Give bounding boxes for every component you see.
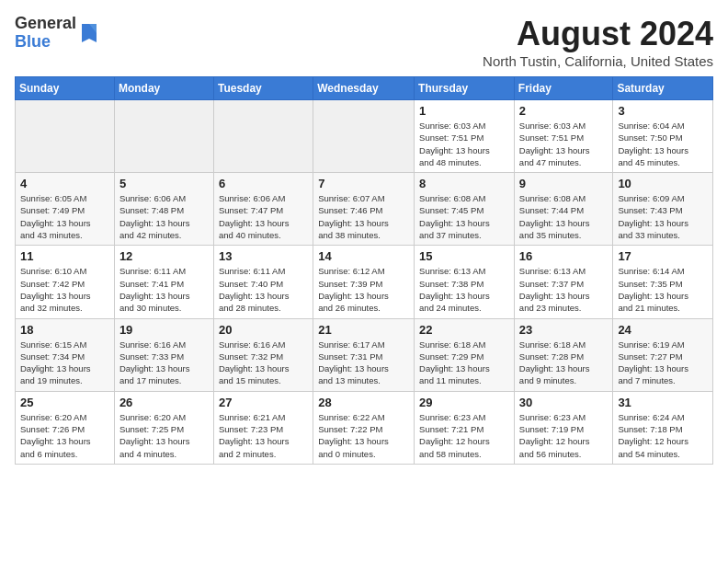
day-number: 9 xyxy=(519,177,609,190)
weekday-header-thursday: Thursday xyxy=(415,77,515,100)
calendar-cell xyxy=(313,100,415,173)
calendar-cell: 5Sunrise: 6:06 AM Sunset: 7:48 PM Daylig… xyxy=(114,173,213,246)
calendar-cell: 22Sunrise: 6:18 AM Sunset: 7:29 PM Dayli… xyxy=(415,318,515,391)
weekday-header-saturday: Saturday xyxy=(613,77,713,100)
day-info: Sunrise: 6:16 AM Sunset: 7:32 PM Dayligh… xyxy=(219,339,308,387)
calendar-cell: 12Sunrise: 6:11 AM Sunset: 7:41 PM Dayli… xyxy=(114,246,213,318)
day-info: Sunrise: 6:09 AM Sunset: 7:43 PM Dayligh… xyxy=(618,192,708,241)
calendar-cell: 24Sunrise: 6:19 AM Sunset: 7:27 PM Dayli… xyxy=(613,318,713,391)
calendar-week-2: 4Sunrise: 6:05 AM Sunset: 7:49 PM Daylig… xyxy=(16,173,713,246)
calendar-body: 1Sunrise: 6:03 AM Sunset: 7:51 PM Daylig… xyxy=(16,100,713,465)
calendar-week-1: 1Sunrise: 6:03 AM Sunset: 7:51 PM Daylig… xyxy=(16,100,713,173)
day-number: 6 xyxy=(219,177,308,190)
day-number: 5 xyxy=(119,177,209,190)
day-info: Sunrise: 6:11 AM Sunset: 7:40 PM Dayligh… xyxy=(219,265,308,314)
day-number: 23 xyxy=(519,323,609,337)
day-info: Sunrise: 6:15 AM Sunset: 7:34 PM Dayligh… xyxy=(20,339,109,387)
calendar-cell: 17Sunrise: 6:14 AM Sunset: 7:35 PM Dayli… xyxy=(613,246,713,318)
day-number: 2 xyxy=(519,104,609,118)
day-info: Sunrise: 6:20 AM Sunset: 7:26 PM Dayligh… xyxy=(20,411,109,460)
day-number: 28 xyxy=(318,396,409,409)
calendar-cell: 6Sunrise: 6:06 AM Sunset: 7:47 PM Daylig… xyxy=(213,173,313,246)
logo-general: General xyxy=(15,14,76,32)
calendar-cell: 4Sunrise: 6:05 AM Sunset: 7:49 PM Daylig… xyxy=(16,173,115,246)
day-number: 22 xyxy=(419,323,509,337)
day-number: 16 xyxy=(519,249,609,263)
calendar-cell: 31Sunrise: 6:24 AM Sunset: 7:18 PM Dayli… xyxy=(613,391,713,464)
day-number: 24 xyxy=(618,323,708,337)
weekday-row: SundayMondayTuesdayWednesdayThursdayFrid… xyxy=(16,77,713,100)
calendar-cell: 26Sunrise: 6:20 AM Sunset: 7:25 PM Dayli… xyxy=(114,391,213,464)
title-area: August 2024 North Tustin, California, Un… xyxy=(483,15,713,69)
day-number: 3 xyxy=(618,104,708,118)
day-info: Sunrise: 6:18 AM Sunset: 7:28 PM Dayligh… xyxy=(519,339,609,387)
day-info: Sunrise: 6:23 AM Sunset: 7:19 PM Dayligh… xyxy=(519,411,609,460)
calendar-cell: 15Sunrise: 6:13 AM Sunset: 7:38 PM Dayli… xyxy=(415,246,515,318)
calendar-cell: 14Sunrise: 6:12 AM Sunset: 7:39 PM Dayli… xyxy=(313,246,415,318)
calendar-cell xyxy=(213,100,313,173)
calendar-cell: 19Sunrise: 6:16 AM Sunset: 7:33 PM Dayli… xyxy=(114,318,213,391)
calendar-cell: 20Sunrise: 6:16 AM Sunset: 7:32 PM Dayli… xyxy=(213,318,313,391)
day-number: 7 xyxy=(318,177,409,190)
day-number: 12 xyxy=(119,249,209,263)
calendar-cell: 9Sunrise: 6:08 AM Sunset: 7:44 PM Daylig… xyxy=(514,173,613,246)
day-info: Sunrise: 6:20 AM Sunset: 7:25 PM Dayligh… xyxy=(119,411,209,460)
day-number: 31 xyxy=(618,396,708,409)
page-header: General Blue August 2024 North Tustin, C… xyxy=(15,15,713,69)
day-number: 11 xyxy=(20,249,109,263)
logo-icon xyxy=(78,20,100,46)
day-info: Sunrise: 6:06 AM Sunset: 7:47 PM Dayligh… xyxy=(219,192,308,241)
day-info: Sunrise: 6:05 AM Sunset: 7:49 PM Dayligh… xyxy=(20,192,109,241)
day-number: 17 xyxy=(618,249,708,263)
weekday-header-wednesday: Wednesday xyxy=(313,77,415,100)
day-number: 25 xyxy=(20,396,109,409)
calendar-cell: 10Sunrise: 6:09 AM Sunset: 7:43 PM Dayli… xyxy=(613,173,713,246)
day-info: Sunrise: 6:10 AM Sunset: 7:42 PM Dayligh… xyxy=(20,265,109,314)
calendar-cell: 3Sunrise: 6:04 AM Sunset: 7:50 PM Daylig… xyxy=(613,100,713,173)
day-number: 29 xyxy=(419,396,509,409)
logo-blue: Blue xyxy=(15,32,51,51)
calendar-cell: 16Sunrise: 6:13 AM Sunset: 7:37 PM Dayli… xyxy=(514,246,613,318)
calendar-cell: 21Sunrise: 6:17 AM Sunset: 7:31 PM Dayli… xyxy=(313,318,415,391)
day-info: Sunrise: 6:03 AM Sunset: 7:51 PM Dayligh… xyxy=(519,120,609,168)
day-info: Sunrise: 6:11 AM Sunset: 7:41 PM Dayligh… xyxy=(119,265,209,314)
day-info: Sunrise: 6:08 AM Sunset: 7:45 PM Dayligh… xyxy=(419,192,509,241)
day-info: Sunrise: 6:04 AM Sunset: 7:50 PM Dayligh… xyxy=(618,120,708,168)
location: North Tustin, California, United States xyxy=(483,53,713,69)
day-info: Sunrise: 6:19 AM Sunset: 7:27 PM Dayligh… xyxy=(618,339,708,387)
day-info: Sunrise: 6:03 AM Sunset: 7:51 PM Dayligh… xyxy=(419,120,509,168)
day-number: 1 xyxy=(419,104,509,118)
day-number: 26 xyxy=(119,396,209,409)
day-number: 10 xyxy=(618,177,708,190)
calendar-week-3: 11Sunrise: 6:10 AM Sunset: 7:42 PM Dayli… xyxy=(16,246,713,318)
day-info: Sunrise: 6:18 AM Sunset: 7:29 PM Dayligh… xyxy=(419,339,509,387)
logo-text: General Blue xyxy=(15,15,76,52)
weekday-header-friday: Friday xyxy=(514,77,613,100)
weekday-header-monday: Monday xyxy=(114,77,213,100)
day-info: Sunrise: 6:17 AM Sunset: 7:31 PM Dayligh… xyxy=(318,339,409,387)
month-year: August 2024 xyxy=(483,15,713,53)
calendar-cell: 18Sunrise: 6:15 AM Sunset: 7:34 PM Dayli… xyxy=(16,318,115,391)
calendar-cell: 28Sunrise: 6:22 AM Sunset: 7:22 PM Dayli… xyxy=(313,391,415,464)
day-info: Sunrise: 6:08 AM Sunset: 7:44 PM Dayligh… xyxy=(519,192,609,241)
calendar-cell: 7Sunrise: 6:07 AM Sunset: 7:46 PM Daylig… xyxy=(313,173,415,246)
day-info: Sunrise: 6:21 AM Sunset: 7:23 PM Dayligh… xyxy=(219,411,308,460)
calendar-cell: 8Sunrise: 6:08 AM Sunset: 7:45 PM Daylig… xyxy=(415,173,515,246)
day-number: 15 xyxy=(419,249,509,263)
day-number: 27 xyxy=(219,396,308,409)
weekday-header-sunday: Sunday xyxy=(16,77,115,100)
day-info: Sunrise: 6:14 AM Sunset: 7:35 PM Dayligh… xyxy=(618,265,708,314)
calendar-cell: 29Sunrise: 6:23 AM Sunset: 7:21 PM Dayli… xyxy=(415,391,515,464)
calendar-header: SundayMondayTuesdayWednesdayThursdayFrid… xyxy=(16,77,713,100)
calendar-cell: 2Sunrise: 6:03 AM Sunset: 7:51 PM Daylig… xyxy=(514,100,613,173)
day-info: Sunrise: 6:22 AM Sunset: 7:22 PM Dayligh… xyxy=(318,411,409,460)
calendar-week-5: 25Sunrise: 6:20 AM Sunset: 7:26 PM Dayli… xyxy=(16,391,713,464)
day-number: 18 xyxy=(20,323,109,337)
day-info: Sunrise: 6:06 AM Sunset: 7:48 PM Dayligh… xyxy=(119,192,209,241)
calendar-cell: 1Sunrise: 6:03 AM Sunset: 7:51 PM Daylig… xyxy=(415,100,515,173)
day-number: 30 xyxy=(519,396,609,409)
day-number: 19 xyxy=(119,323,209,337)
day-info: Sunrise: 6:24 AM Sunset: 7:18 PM Dayligh… xyxy=(618,411,708,460)
calendar-cell: 30Sunrise: 6:23 AM Sunset: 7:19 PM Dayli… xyxy=(514,391,613,464)
calendar-cell xyxy=(114,100,213,173)
